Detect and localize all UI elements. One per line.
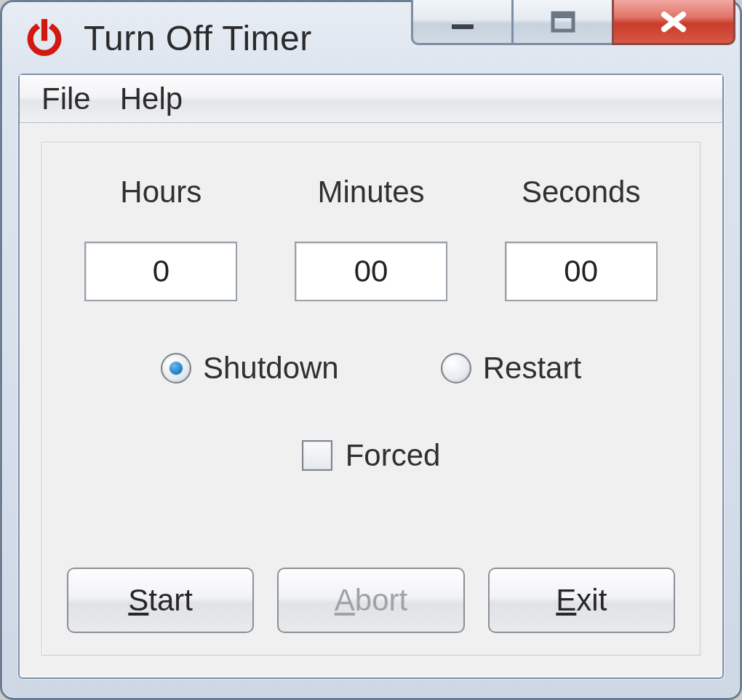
power-icon — [23, 16, 66, 60]
exit-accel: E — [556, 583, 576, 617]
svg-rect-1 — [452, 23, 474, 25]
app-window: Turn Off Timer File — [0, 0, 742, 700]
close-button[interactable] — [612, 0, 735, 45]
checkbox-row: Forced — [67, 438, 675, 473]
maximize-button[interactable] — [511, 0, 612, 45]
abort-accel: A — [335, 583, 355, 617]
radio-restart[interactable]: Restart — [441, 351, 581, 386]
start-rest: tart — [148, 583, 193, 617]
client-area: File Help Hours Minutes Seconds — [18, 73, 724, 679]
window-title: Turn Off Timer — [84, 18, 312, 58]
time-row: Hours Minutes Seconds — [67, 175, 675, 301]
radio-icon — [161, 353, 191, 383]
radio-row: Shutdown Restart — [67, 351, 675, 386]
minutes-label: Minutes — [317, 175, 424, 210]
svg-rect-0 — [452, 24, 474, 29]
seconds-label: Seconds — [522, 175, 640, 210]
menubar: File Help — [20, 75, 722, 123]
radio-restart-label: Restart — [483, 351, 581, 386]
close-icon — [657, 7, 690, 36]
radio-shutdown[interactable]: Shutdown — [161, 351, 339, 386]
hours-column: Hours — [67, 175, 255, 301]
minutes-input[interactable] — [295, 242, 447, 301]
minutes-column: Minutes — [277, 175, 466, 301]
forced-checkbox[interactable] — [302, 440, 332, 471]
hours-input[interactable] — [84, 242, 237, 301]
exit-rest: xit — [576, 583, 607, 617]
titlebar[interactable]: Turn Off Timer — [2, 2, 740, 73]
menu-file[interactable]: File — [30, 79, 103, 119]
seconds-column: Seconds — [487, 175, 675, 301]
start-button[interactable]: Start — [67, 568, 254, 633]
exit-button[interactable]: Exit — [488, 568, 675, 633]
abort-button[interactable]: Abort — [277, 568, 464, 633]
hours-label: Hours — [120, 175, 202, 210]
menu-help[interactable]: Help — [108, 79, 194, 119]
content-panel: Hours Minutes Seconds Shutdown — [41, 142, 701, 656]
maximize-icon — [548, 9, 578, 34]
minimize-icon — [447, 11, 478, 33]
radio-shutdown-label: Shutdown — [203, 351, 339, 386]
forced-label: Forced — [346, 438, 441, 473]
window-controls — [411, 0, 735, 45]
abort-rest: bort — [355, 583, 407, 617]
minimize-button[interactable] — [411, 0, 511, 45]
svg-rect-3 — [553, 13, 573, 18]
seconds-input[interactable] — [505, 242, 658, 301]
start-accel: S — [128, 583, 148, 617]
radio-icon — [441, 353, 471, 383]
button-row: Start Abort Exit — [67, 517, 675, 633]
